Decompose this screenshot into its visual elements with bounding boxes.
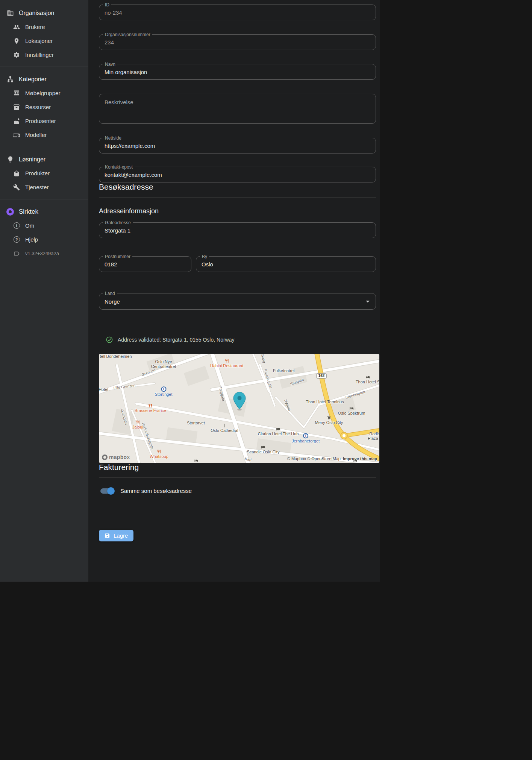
factory-icon: [13, 117, 20, 125]
sidebar-item-label: Lokasjoner: [25, 38, 53, 44]
sidebar-item-innstillinger[interactable]: Innstillinger: [0, 48, 88, 62]
section-divider: [99, 477, 376, 478]
sidebar-item-tjenester[interactable]: Tjenester: [0, 180, 88, 194]
sidebar-item-label: Modeller: [25, 132, 47, 138]
mapbox-logo[interactable]: mapbox: [102, 454, 130, 460]
id-input[interactable]: [99, 5, 376, 20]
improve-map-link[interactable]: Improve this map: [343, 456, 377, 461]
furniture-group-icon: [13, 90, 20, 97]
sidebar-section-kategorier[interactable]: Kategorier: [0, 72, 88, 86]
transit-icon: T: [303, 433, 308, 438]
map-label: Young: [260, 354, 267, 363]
sidebar-item-modeller[interactable]: Modeller: [0, 128, 88, 142]
map-label: Scandic Oslo City: [247, 445, 280, 454]
map-label-layer: tell BondeheimenOslo Nye CentralteatretH…: [99, 354, 379, 463]
sidebar-item-produsenter[interactable]: Produsenter: [0, 114, 88, 128]
field-website: Nettside: [99, 138, 376, 154]
sidebar-item-label: Innstillinger: [25, 52, 54, 58]
map-label: Meny Oslo City: [315, 416, 343, 425]
sidebar-section-label: Organisasjon: [19, 10, 54, 17]
sirktek-logo: [6, 208, 14, 216]
field-name: Navn: [99, 64, 376, 80]
sidebar-item-ressurser[interactable]: Ressurser: [0, 100, 88, 114]
website-input[interactable]: [99, 138, 376, 153]
sidebar-item-produkter[interactable]: Produkter: [0, 166, 88, 180]
sidebar-item-om[interactable]: i Om: [0, 219, 88, 233]
field-label-postal-code: Postnummer: [103, 254, 132, 260]
info-icon: i: [13, 222, 20, 230]
devices-icon: [13, 131, 20, 139]
field-org-number: Organisasjonsnummer: [99, 34, 376, 50]
map-label: Thon Hotel S: [356, 375, 379, 385]
map-label: Torggata: [218, 386, 226, 402]
contact-email-input[interactable]: [99, 167, 376, 182]
resources-box-icon: [13, 103, 20, 111]
section-title-visiting-address: Besøksadresse: [99, 182, 376, 192]
map-label: Storgata: [289, 377, 304, 386]
map-label: Oslo Cathedral: [211, 424, 238, 433]
field-description: [99, 94, 376, 124]
organization-form-panel: ID Organisasjonsnummer Navn Nettside Kon…: [88, 0, 380, 582]
field-city: By: [196, 256, 376, 272]
description-textarea[interactable]: [99, 94, 376, 123]
sidebar-item-mobelgrupper[interactable]: Møbelgrupper: [0, 86, 88, 100]
bed-icon: [261, 445, 265, 449]
map-label: Stortorvet: [187, 421, 205, 426]
address-validation-status: Address validated: Storgata 1, 0155 Oslo…: [106, 336, 376, 344]
postal-city-row: Postnummer By: [99, 256, 376, 293]
map-label: Plaza: [368, 436, 378, 441]
map-label: Hotel: [99, 387, 108, 392]
bed-icon: [194, 459, 198, 463]
bed-icon: [350, 406, 354, 410]
sidebar-version: v1.32+3249a2a: [0, 246, 88, 260]
map-label: Lille Grensen: [113, 383, 136, 391]
chevron-down-icon: [366, 301, 370, 302]
name-input[interactable]: [99, 64, 376, 79]
sidebar-brand-sirktek[interactable]: Sirktek: [0, 205, 88, 219]
mapbox-logo-icon: [102, 454, 108, 460]
field-label-city: By: [200, 254, 209, 260]
version-label: v1.32+3249a2a: [25, 251, 59, 256]
save-button[interactable]: Lagre: [99, 530, 133, 541]
sidebar-item-lokasjoner[interactable]: Lokasjoner: [0, 34, 88, 48]
map-label: Thon Hotel Terminus: [306, 400, 344, 404]
attribution-text[interactable]: © Mapbox © OpenStreetMap: [287, 456, 341, 461]
section-divider: [99, 197, 376, 198]
field-label-street: Gateadresse: [103, 220, 133, 226]
sidebar-section-organisasjon[interactable]: Organisasjon: [0, 6, 88, 20]
map-label: Oslo Nye Centralteatret: [146, 359, 182, 369]
sidebar-item-label: Produsenter: [25, 118, 56, 124]
wrench-icon: [13, 184, 20, 191]
map-label: tell Bondeheimen: [100, 354, 132, 359]
map-label: Pløens gate: [263, 369, 273, 389]
sidebar-item-hjelp[interactable]: ? Hjelp: [0, 233, 88, 246]
save-icon: [105, 533, 110, 538]
sidebar-item-label: Produkter: [25, 170, 50, 176]
same-as-visiting-toggle[interactable]: [100, 488, 113, 494]
field-label-id: ID: [103, 2, 111, 8]
map-label: Radiss: [369, 432, 379, 436]
sidebar-section-losninger[interactable]: Løsninger: [0, 152, 88, 166]
map-label: Nedre Slottsgate: [141, 422, 155, 450]
toggle-label: Samme som besøksadresse: [120, 488, 192, 494]
section-title-billing: Fakturering: [99, 463, 376, 472]
field-label-name: Navn: [103, 61, 117, 67]
sidebar-item-label: Ressurser: [25, 104, 51, 110]
field-label-country: Land: [103, 290, 117, 296]
sidebar-section-label: Løsninger: [19, 156, 45, 163]
country-select[interactable]: Land Norge: [99, 293, 376, 310]
address-map[interactable]: tell BondeheimenOslo Nye CentralteatretH…: [99, 354, 379, 463]
sidebar-item-brukere[interactable]: Brukere: [0, 20, 88, 34]
users-icon: [13, 23, 20, 31]
city-input[interactable]: [196, 257, 376, 272]
brand-label: Sirktek: [19, 208, 38, 216]
app-window: Organisasjon Brukere Lokasjoner Innstill…: [0, 0, 532, 582]
validation-message: Address validated: Storgata 1, 0155 Oslo…: [118, 337, 235, 343]
sidebar-divider: [0, 147, 88, 147]
lightbulb-icon: [6, 156, 14, 163]
fork-icon: [157, 450, 161, 454]
tag-icon: [13, 250, 20, 257]
sidebar-item-label: Tjenester: [25, 184, 49, 190]
street-address-input[interactable]: [99, 223, 376, 238]
billing-same-address-row: Samme som besøksadresse: [99, 488, 376, 494]
